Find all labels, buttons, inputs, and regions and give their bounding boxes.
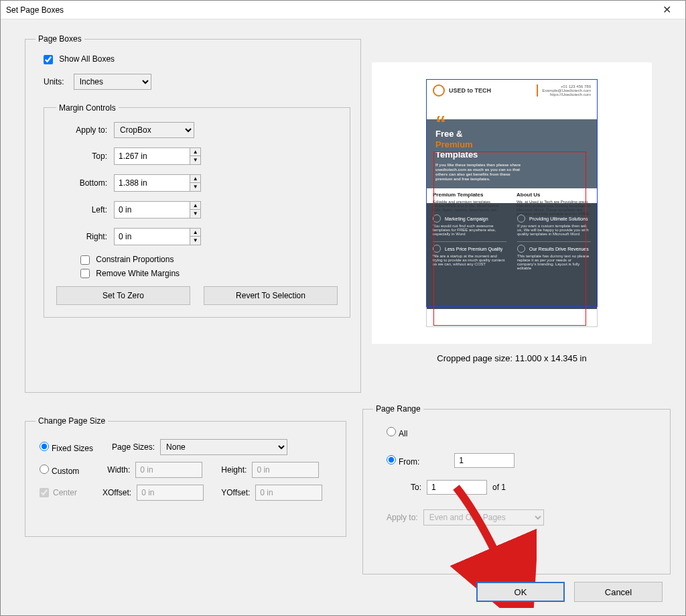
center-checkbox: [40, 488, 49, 497]
chevron-down-icon[interactable]: ▼: [190, 183, 200, 191]
titlebar: Set Page Boxes ✕: [1, 1, 685, 19]
custom-radio-label[interactable]: Custom: [40, 465, 79, 476]
units-select[interactable]: Inches: [74, 74, 151, 90]
chevron-up-icon[interactable]: ▲: [190, 229, 200, 237]
units-row: Units: Inches: [44, 74, 350, 90]
from-radio-label[interactable]: From:: [387, 455, 419, 467]
constrain-proportions-checkbox[interactable]: [80, 255, 90, 265]
chevron-up-icon[interactable]: ▲: [190, 148, 200, 157]
revert-to-selection-button[interactable]: Revert To Selection: [204, 286, 338, 305]
dialog-window: Set Page Boxes ✕ Page Boxes Show All Box…: [0, 0, 686, 616]
page-preview: USED to TECH +01 123 456 789 Example@Use…: [372, 62, 652, 344]
margin-right-label: Right:: [56, 232, 114, 241]
margin-right-input[interactable]: [115, 229, 190, 245]
margin-left-spinner[interactable]: ▲▼: [114, 201, 201, 219]
width-input: [135, 462, 202, 478]
to-input[interactable]: [427, 480, 487, 495]
cropped-page-size-label: Cropped page size: 11.000 x 14.345 in: [372, 353, 652, 363]
change-page-size-legend: Change Page Size: [36, 416, 108, 426]
margin-left-label: Left:: [56, 205, 114, 214]
margin-right-spinner[interactable]: ▲▼: [114, 228, 201, 245]
page-boxes-group: Page Boxes Show All Boxes Units: Inches …: [25, 34, 361, 393]
to-label: To:: [411, 483, 421, 492]
margin-controls-legend: Margin Controls: [56, 103, 119, 113]
preview-page: USED to TECH +01 123 456 789 Example@Use…: [426, 79, 598, 327]
margin-top-spinner[interactable]: ▲ ▼: [114, 147, 201, 165]
show-all-boxes-row: Show All Boxes: [44, 54, 350, 64]
page-sizes-label: Page Sizes:: [112, 442, 155, 452]
margin-controls-group: Margin Controls Apply to: CropBox Top: ▲…: [44, 103, 350, 318]
units-label: Units:: [44, 77, 64, 86]
from-input[interactable]: [454, 453, 514, 468]
show-all-boxes-checkbox[interactable]: [44, 55, 53, 64]
spinner-arrows: ▲ ▼: [190, 148, 200, 164]
apply-to-select[interactable]: CropBox: [114, 122, 194, 138]
remove-white-margins-label: Remove White Margins: [96, 269, 180, 278]
margin-bottom-spinner[interactable]: ▲▼: [114, 174, 201, 192]
all-radio-label[interactable]: All: [387, 427, 407, 438]
dialog-actions: OK Cancel: [476, 582, 663, 602]
xoffset-label: XOffset:: [102, 488, 131, 497]
dialog-content: Page Boxes Show All Boxes Units: Inches …: [1, 19, 685, 616]
yoffset-label: YOffset:: [221, 488, 250, 497]
all-radio[interactable]: [387, 427, 396, 436]
show-all-boxes-label: Show All Boxes: [59, 54, 115, 64]
page-range-legend: Page Range: [373, 404, 423, 414]
custom-radio[interactable]: [40, 465, 49, 474]
window-title: Set Page Boxes: [6, 5, 653, 15]
cancel-button[interactable]: Cancel: [574, 582, 663, 602]
fixed-sizes-radio-label[interactable]: Fixed Sizes: [40, 442, 93, 453]
close-icon[interactable]: ✕: [653, 1, 680, 19]
margin-top-input[interactable]: [115, 148, 190, 164]
height-label: Height:: [221, 465, 247, 475]
chevron-down-icon[interactable]: ▼: [190, 156, 200, 164]
ok-button[interactable]: OK: [476, 582, 565, 602]
margin-bottom-input[interactable]: [115, 175, 190, 191]
chevron-up-icon[interactable]: ▲: [190, 202, 200, 210]
margin-bottom-label: Bottom:: [56, 178, 114, 188]
page-sizes-select[interactable]: None: [160, 439, 287, 455]
constrain-proportions-label: Constrain Proportions: [96, 255, 174, 264]
apply-to-label: Apply to:: [56, 125, 114, 135]
from-radio[interactable]: [387, 455, 396, 465]
chevron-up-icon[interactable]: ▲: [190, 175, 200, 184]
width-label: Width:: [107, 465, 130, 475]
page-range-group: Page Range All From: To: of 1 Apply to: …: [362, 404, 671, 574]
center-checkbox-label: Center: [40, 488, 77, 498]
margin-top-label: Top:: [56, 151, 114, 161]
chevron-down-icon[interactable]: ▼: [190, 237, 200, 245]
chevron-down-icon[interactable]: ▼: [190, 210, 200, 218]
set-to-zero-button[interactable]: Set To Zero: [56, 286, 190, 305]
yoffset-input: [255, 485, 322, 501]
crop-box-overlay: [433, 151, 586, 326]
page-boxes-legend: Page Boxes: [36, 34, 84, 44]
of-label: of 1: [492, 483, 506, 492]
range-apply-to-select: Even and Odd Pages: [423, 509, 544, 526]
height-input: [252, 462, 319, 478]
remove-white-margins-checkbox[interactable]: [80, 269, 90, 278]
fixed-sizes-radio[interactable]: [40, 442, 49, 451]
xoffset-input: [137, 485, 204, 501]
range-apply-to-label: Apply to:: [387, 513, 418, 522]
change-page-size-group: Change Page Size Fixed Sizes Page Sizes:…: [25, 416, 346, 537]
margin-left-input[interactable]: [115, 202, 190, 218]
